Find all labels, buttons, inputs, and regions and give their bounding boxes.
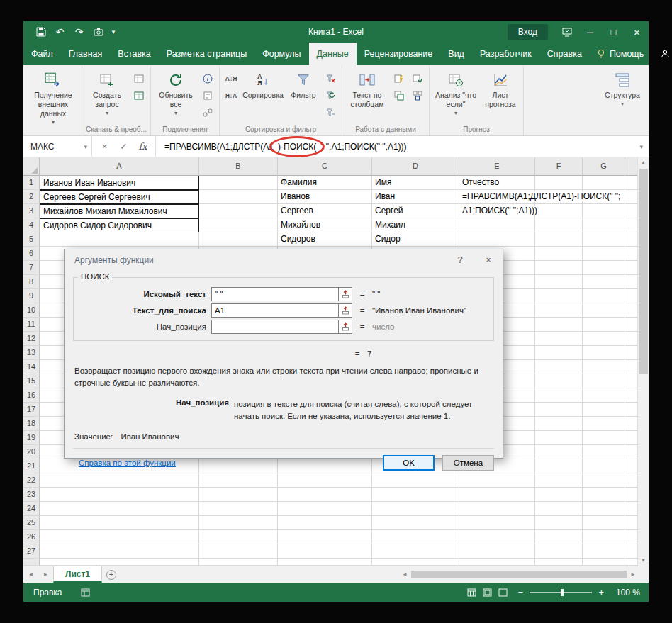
tellme-button[interactable]: Помощь [590, 43, 651, 65]
row-header-6[interactable]: 6 [23, 247, 40, 261]
row-header-17[interactable]: 17 [23, 403, 40, 417]
cell-C28[interactable] [278, 559, 372, 566]
clear-filter-button[interactable] [322, 71, 339, 86]
cell-E4[interactable] [459, 218, 535, 232]
cell-B26[interactable] [199, 530, 278, 544]
row-header-22[interactable]: 22 [23, 473, 40, 488]
tab-view[interactable]: Вид [440, 43, 472, 65]
cell-F10[interactable] [535, 303, 583, 318]
dialog-help-icon[interactable]: ? [446, 249, 474, 270]
outline-button[interactable]: Структура ▾ [600, 67, 645, 124]
share-button[interactable]: Поделиться [651, 43, 672, 65]
function-help-link[interactable]: Справка по этой функции [79, 459, 176, 467]
cell-G1[interactable] [583, 176, 625, 190]
cell-C5[interactable]: Сидоров [278, 232, 372, 247]
sort-za-button[interactable]: Я↓А [223, 88, 240, 103]
undo-icon[interactable]: ↶ [51, 23, 69, 41]
cell-G7[interactable] [583, 261, 625, 275]
row-header-23[interactable]: 23 [23, 488, 40, 502]
row-header-4[interactable]: 4 [23, 218, 40, 232]
cell-F26[interactable] [535, 530, 583, 544]
cell-G3[interactable] [583, 204, 625, 218]
row-header-14[interactable]: 14 [23, 360, 40, 374]
cell-F6[interactable] [535, 247, 583, 261]
cell-F3[interactable] [535, 204, 583, 218]
cell-A1[interactable]: Иванов Иван Иванович [40, 176, 199, 190]
cell-A3[interactable]: Михайлов Михаил Михайлович [40, 204, 199, 218]
page-layout-view-icon[interactable] [483, 588, 492, 597]
edit-links-button[interactable] [199, 105, 216, 120]
namebox-caret-icon[interactable]: ▾ [84, 143, 87, 150]
column-header-C[interactable]: C [278, 157, 372, 176]
consolidate-button[interactable] [409, 88, 426, 103]
cell-F12[interactable] [535, 332, 583, 346]
row-header-8[interactable]: 8 [23, 275, 40, 289]
cell-G9[interactable] [583, 289, 625, 303]
cell-A2[interactable]: Сергеев Сергей Сергеевич [40, 190, 199, 204]
minimize-button[interactable]: ─ [578, 21, 602, 43]
enter-formula-button[interactable]: ✓ [114, 141, 133, 152]
cell-E24[interactable] [459, 502, 535, 516]
cell-G17[interactable] [583, 403, 625, 417]
cell-G24[interactable] [583, 502, 625, 516]
cell-E25[interactable] [459, 516, 535, 530]
cell-B2[interactable] [199, 190, 278, 204]
cell-G25[interactable] [583, 516, 625, 530]
horizontal-scrollbar[interactable]: ◄ ► [402, 566, 636, 583]
row-header-9[interactable]: 9 [23, 289, 40, 303]
row-header-2[interactable]: 2 [23, 190, 40, 204]
row-header-3[interactable]: 3 [23, 204, 40, 218]
cell-B24[interactable] [199, 502, 278, 516]
cell-D25[interactable] [372, 516, 459, 530]
cell-F27[interactable] [535, 544, 583, 559]
cell-F4[interactable] [535, 218, 583, 232]
cell-G14[interactable] [583, 360, 625, 374]
cell-F21[interactable] [535, 459, 583, 473]
signin-button[interactable]: Вход [508, 24, 548, 40]
close-button[interactable]: × [625, 21, 649, 43]
cell-G18[interactable] [583, 417, 625, 431]
zoom-level[interactable]: 100 % [610, 588, 640, 597]
hscroll-left-icon[interactable]: ◄ [402, 571, 408, 578]
cell-G19[interactable] [583, 431, 625, 445]
cell-C23[interactable] [278, 488, 372, 502]
flash-fill-button[interactable] [391, 71, 408, 86]
cell-G6[interactable] [583, 247, 625, 261]
tab-help[interactable]: Справка [539, 43, 590, 65]
row-header-7[interactable]: 7 [23, 261, 40, 275]
row-header-21[interactable]: 21 [23, 459, 40, 473]
cell-F5[interactable] [535, 232, 583, 247]
refresh-all-button[interactable]: Обновить все ▾ [153, 67, 198, 124]
row-header-5[interactable]: 5 [23, 232, 40, 247]
select-all-corner[interactable] [23, 157, 40, 176]
cell-E23[interactable] [459, 488, 535, 502]
cell-F14[interactable] [535, 360, 583, 374]
cell-C3[interactable]: Сергеев [278, 204, 372, 218]
cell-G26[interactable] [583, 530, 625, 544]
row-header-18[interactable]: 18 [23, 417, 40, 431]
cell-A4[interactable]: Сидоров Сидор Сидорович [40, 218, 199, 232]
cell-B28[interactable] [199, 559, 278, 566]
collapse-dialog-button[interactable] [339, 320, 352, 334]
within-text-input[interactable] [211, 303, 339, 318]
advanced-filter-button[interactable] [322, 105, 339, 120]
tab-developer[interactable]: Разработчик [472, 43, 539, 65]
cell-F23[interactable] [535, 488, 583, 502]
cell-G28[interactable] [583, 559, 625, 566]
cell-A27[interactable] [40, 544, 199, 559]
cell-G10[interactable] [583, 303, 625, 318]
row-header-20[interactable]: 20 [23, 445, 40, 459]
cell-D2[interactable]: Иван [372, 190, 459, 204]
tab-data[interactable]: Данные [309, 43, 357, 65]
data-validation-button[interactable] [409, 71, 426, 86]
cell-A25[interactable] [40, 516, 199, 530]
sheet-tab-list1[interactable]: Лист1 [53, 566, 102, 583]
ribbon-display-options-icon[interactable] [555, 21, 578, 43]
cell-B1[interactable] [199, 176, 278, 190]
column-header-F[interactable]: F [535, 157, 583, 176]
cell-E27[interactable] [459, 544, 535, 559]
column-header-B[interactable]: B [199, 157, 278, 176]
cancel-button[interactable]: Отмена [442, 455, 494, 471]
cell-B25[interactable] [199, 516, 278, 530]
start-num-input[interactable] [211, 320, 339, 334]
